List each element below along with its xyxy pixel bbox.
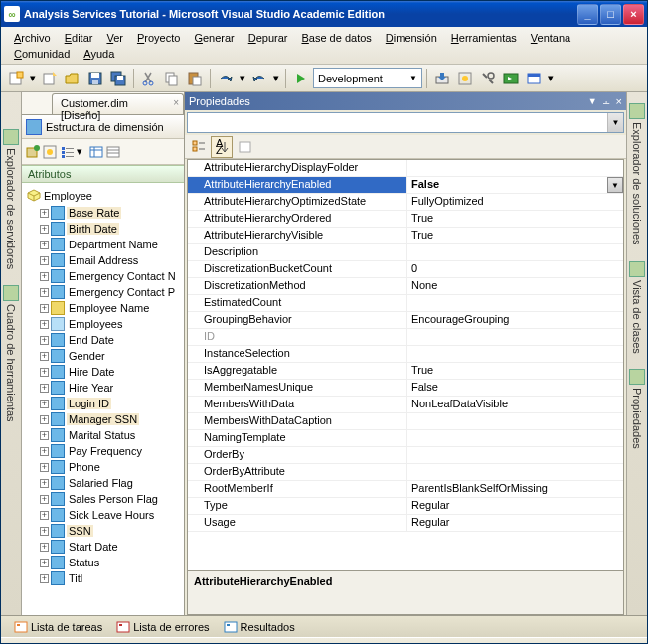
expander-icon[interactable]: + (40, 368, 49, 377)
tree-item[interactable]: +Email Address (26, 252, 182, 268)
property-row[interactable]: ID (188, 329, 623, 346)
property-row[interactable]: GroupingBehaviorEncourageGrouping (188, 312, 623, 329)
tree-item[interactable]: +SSN (26, 523, 182, 539)
expander-icon[interactable]: + (40, 225, 49, 234)
tree-item[interactable]: +Login ID (26, 396, 182, 411)
tree-item[interactable]: +Start Date (26, 539, 182, 555)
property-value[interactable]: True (407, 211, 623, 227)
expander-icon[interactable]: + (40, 272, 49, 281)
tools-button[interactable] (477, 68, 499, 89)
expander-icon[interactable]: + (40, 447, 49, 456)
expander-icon[interactable]: + (40, 431, 49, 440)
tree-item[interactable]: +Status (26, 555, 182, 570)
redo-button[interactable] (248, 68, 270, 89)
property-row[interactable]: AttributeHierarchyVisibleTrue (188, 228, 623, 244)
start-button[interactable] (290, 68, 312, 89)
properties-grid[interactable]: AttributeHierarchyDisplayFolderAttribute… (187, 159, 624, 571)
tree-root[interactable]: Employee (26, 187, 182, 205)
tree-item[interactable]: +Gender (26, 348, 182, 364)
property-pages-button[interactable] (235, 136, 256, 158)
tree-item[interactable]: +Employees (26, 316, 182, 332)
tree-item[interactable]: +Birth Date (26, 221, 182, 237)
tree-item[interactable]: +Pay Frequency (26, 443, 182, 459)
property-row[interactable]: MembersWithDataCaption (188, 413, 623, 430)
paste-button[interactable] (184, 68, 206, 89)
property-row[interactable]: DiscretizationBucketCount0 (188, 261, 623, 278)
cut-button[interactable] (138, 68, 160, 89)
property-value[interactable]: None (407, 278, 623, 294)
property-value[interactable] (407, 160, 623, 176)
expander-icon[interactable]: + (40, 352, 49, 361)
property-row[interactable]: IsAggregatableTrue (188, 363, 623, 380)
property-value[interactable] (407, 464, 623, 480)
tree-item[interactable]: +Sick Leave Hours (26, 507, 182, 523)
tree-item[interactable]: +Phone (26, 459, 182, 475)
property-value[interactable] (407, 295, 623, 311)
expander-icon[interactable]: + (40, 256, 49, 265)
property-row[interactable]: UsageRegular (188, 515, 623, 532)
undo-button[interactable] (215, 68, 237, 89)
save-all-button[interactable] (107, 68, 129, 89)
window-button[interactable] (523, 68, 545, 89)
property-row[interactable]: OrderBy (188, 447, 623, 464)
add-bi-button[interactable] (25, 144, 41, 160)
property-value[interactable] (407, 329, 623, 345)
attributes-tree[interactable]: Employee +Base Rate+Birth Date+Departmen… (22, 183, 184, 615)
menu-generar[interactable]: Generar (187, 30, 241, 46)
tree-item[interactable]: +Titl (26, 570, 182, 586)
close-button[interactable]: × (623, 4, 644, 25)
open-button[interactable] (62, 68, 83, 89)
tree-item[interactable]: +Employee Name (26, 300, 182, 316)
go-button[interactable] (500, 68, 522, 89)
property-value[interactable]: True (407, 363, 623, 379)
copy-button[interactable] (161, 68, 183, 89)
property-row[interactable]: AttributeHierarchyDisplayFolder (188, 160, 623, 177)
output-tab-lista-de-tareas[interactable]: Lista de tareas (7, 617, 109, 637)
menu-proyecto[interactable]: Proyecto (130, 30, 187, 46)
pin-icon[interactable]: ⫠ (601, 95, 612, 107)
close-tab-icon[interactable]: × (173, 97, 179, 108)
tree-item[interactable]: +Hire Year (26, 380, 182, 396)
property-row[interactable]: AttributeHierarchyOptimizedStateFullyOpt… (188, 194, 623, 211)
property-value[interactable] (407, 413, 623, 429)
output-tab-lista-de-errores[interactable]: Lista de errores (109, 617, 216, 637)
document-tab[interactable]: Customer.dim [Diseño] × (52, 93, 184, 114)
property-row[interactable]: AttributeHierarchyEnabledFalse▼ (188, 177, 623, 194)
property-value[interactable]: 0 (407, 261, 623, 277)
expander-icon[interactable]: + (40, 320, 49, 329)
autohide-tab-explorador-de-servidores[interactable]: Explorador de servidores (0, 122, 22, 276)
expander-icon[interactable]: + (40, 543, 49, 552)
minimize-button[interactable]: _ (577, 4, 598, 25)
tree-item[interactable]: +Hire Date (26, 364, 182, 380)
properties-object-selector[interactable]: ▼ (187, 112, 624, 133)
menu-depurar[interactable]: Depurar (242, 30, 295, 46)
tree-item[interactable]: +Emergency Contact N (26, 268, 182, 284)
tree-item[interactable]: +Manager SSN (26, 411, 182, 427)
expander-icon[interactable]: + (40, 479, 49, 488)
expander-icon[interactable]: + (40, 511, 49, 520)
deploy-button[interactable] (431, 68, 453, 89)
property-row[interactable]: DiscretizationMethodNone (188, 278, 623, 295)
property-value[interactable]: False▼ (407, 177, 623, 193)
redo-dropdown[interactable]: ▾ (271, 68, 281, 89)
menu-ver[interactable]: Ver (99, 30, 130, 46)
property-row[interactable]: MembersWithDataNonLeafDataVisible (188, 397, 623, 413)
property-row[interactable]: TypeRegular (188, 498, 623, 515)
tree-item[interactable]: +Marital Status (26, 427, 182, 443)
structure-tab[interactable]: Estructura de dimensión (22, 114, 184, 139)
property-value[interactable] (407, 430, 623, 446)
add-item-button[interactable] (39, 68, 61, 89)
window-position-icon[interactable]: ▼ (588, 96, 597, 106)
property-value[interactable] (407, 346, 623, 362)
menu-editar[interactable]: Editar (58, 30, 100, 46)
close-pane-icon[interactable]: × (616, 95, 622, 107)
alphabetical-button[interactable]: AZ (211, 136, 233, 158)
view-dropdown[interactable]: ▾ (77, 145, 86, 158)
property-row[interactable]: OrderByAttribute (188, 464, 623, 481)
property-value[interactable] (407, 447, 623, 463)
window-dropdown[interactable]: ▾ (546, 68, 556, 89)
expander-icon[interactable]: + (40, 495, 49, 504)
expander-icon[interactable]: + (40, 336, 49, 345)
property-value[interactable]: True (407, 228, 623, 243)
tree-item[interactable]: +End Date (26, 332, 182, 348)
